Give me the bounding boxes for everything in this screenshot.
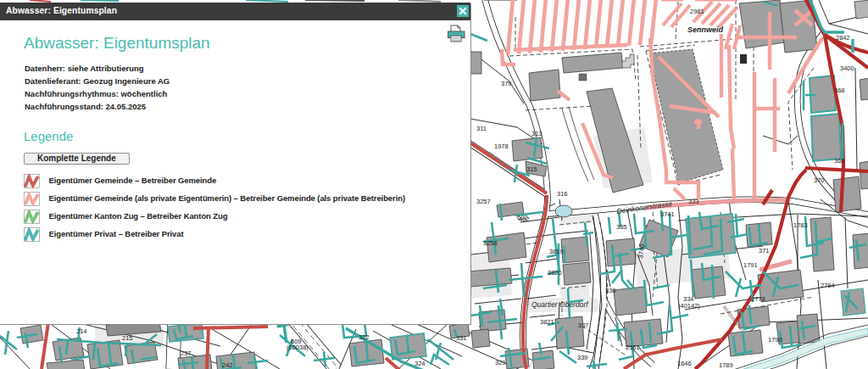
svg-text:335: 335 bbox=[616, 223, 627, 231]
svg-text:2981: 2981 bbox=[690, 8, 704, 15]
svg-text:2778: 2778 bbox=[751, 295, 765, 303]
svg-text:1978: 1978 bbox=[494, 143, 509, 150]
svg-text:1790: 1790 bbox=[768, 336, 782, 344]
svg-text:371: 371 bbox=[759, 247, 770, 254]
svg-text:2784: 2784 bbox=[821, 282, 835, 289]
svg-text:3819: 3819 bbox=[549, 248, 564, 255]
svg-text:311: 311 bbox=[476, 125, 487, 132]
svg-text:329: 329 bbox=[495, 359, 506, 366]
svg-text:316: 316 bbox=[557, 190, 568, 198]
svg-text:379: 379 bbox=[501, 80, 512, 87]
svg-text:368: 368 bbox=[834, 87, 845, 94]
svg-text:Quartier Oberdorf: Quartier Oberdorf bbox=[531, 300, 589, 309]
svg-text:322: 322 bbox=[359, 333, 370, 341]
svg-text:402: 402 bbox=[519, 215, 530, 223]
svg-text:1789: 1789 bbox=[719, 361, 733, 369]
svg-text:331: 331 bbox=[456, 334, 467, 342]
svg-text:339: 339 bbox=[577, 354, 588, 361]
svg-text:(40142): (40142) bbox=[678, 302, 700, 310]
svg-text:3741: 3741 bbox=[660, 210, 675, 218]
svg-text:333: 333 bbox=[688, 198, 699, 205]
svg-text:324: 324 bbox=[415, 360, 426, 367]
svg-text:2551: 2551 bbox=[626, 344, 640, 351]
svg-text:369: 369 bbox=[834, 157, 845, 165]
svg-text:3258: 3258 bbox=[483, 239, 498, 247]
svg-text:1791: 1791 bbox=[743, 261, 758, 269]
svg-text:1783: 1783 bbox=[793, 221, 808, 229]
svg-text:(60038): (60038) bbox=[287, 344, 309, 351]
svg-text:3821: 3821 bbox=[540, 318, 554, 326]
svg-text:337: 337 bbox=[578, 321, 589, 329]
svg-text:1646: 1646 bbox=[677, 360, 692, 367]
svg-text:3400: 3400 bbox=[840, 64, 854, 72]
svg-text:242: 242 bbox=[222, 361, 233, 369]
svg-text:313: 313 bbox=[531, 130, 542, 137]
svg-text:Sennweid: Sennweid bbox=[687, 25, 724, 34]
svg-text:2842: 2842 bbox=[836, 34, 850, 42]
svg-text:3257: 3257 bbox=[476, 198, 491, 205]
svg-text:3820: 3820 bbox=[548, 269, 562, 277]
svg-text:370: 370 bbox=[814, 176, 825, 184]
svg-text:315: 315 bbox=[526, 165, 537, 173]
svg-text:215: 215 bbox=[122, 334, 133, 342]
svg-text:237: 237 bbox=[181, 349, 192, 357]
svg-text:336: 336 bbox=[605, 287, 616, 294]
svg-text:214: 214 bbox=[76, 327, 87, 335]
